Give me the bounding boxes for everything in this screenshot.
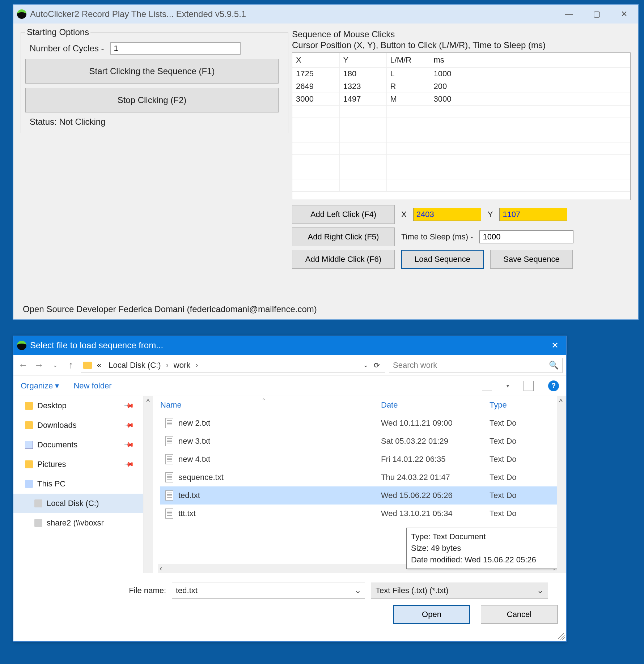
- filename-input[interactable]: ted.txt ⌄: [172, 583, 365, 599]
- file-name: ted.txt: [178, 491, 381, 500]
- file-name: sequence.txt: [178, 473, 381, 482]
- maximize-button[interactable]: ▢: [583, 5, 610, 24]
- folder-icon: [83, 362, 92, 369]
- x-input[interactable]: [413, 208, 481, 221]
- text-file-icon: [165, 490, 173, 501]
- recent-locations-button[interactable]: ⌄: [49, 362, 61, 369]
- text-file-icon: [165, 508, 173, 519]
- sidebar-item[interactable]: This PC: [13, 474, 143, 494]
- column-name[interactable]: Name ⌃: [160, 400, 381, 410]
- tooltip-type: Type: Text Document: [411, 531, 557, 542]
- add-right-click-button[interactable]: Add Right Click (F5): [292, 227, 395, 246]
- close-button[interactable]: ✕: [610, 5, 638, 24]
- y-input[interactable]: [499, 208, 567, 221]
- breadcrumb[interactable]: « Local Disk (C:) › work › ⌄ ⟳: [81, 358, 385, 373]
- sequence-header: Sequence of Mouse Clicks: [292, 29, 631, 39]
- minimize-button[interactable]: —: [555, 5, 583, 24]
- col-ms[interactable]: ms: [430, 53, 506, 67]
- sidebar: Desktop 📌 Downloads 📌 Documents 📌 Pictur…: [13, 396, 144, 573]
- new-folder-button[interactable]: New folder: [73, 381, 111, 391]
- file-row[interactable]: ted.txt Wed 15.06.22 05:26 Text Do: [160, 486, 557, 505]
- text-file-icon: [165, 436, 173, 446]
- file-row[interactable]: ttt.txt Wed 13.10.21 05:34 Text Do: [160, 505, 557, 523]
- save-sequence-button[interactable]: Save Sequence: [490, 250, 573, 269]
- sequence-row[interactable]: 1725180L1000: [292, 67, 630, 80]
- text-file-icon: [165, 472, 173, 482]
- search-input[interactable]: Search work 🔍: [389, 358, 563, 373]
- load-sequence-button[interactable]: Load Sequence: [401, 250, 484, 269]
- filetype-select[interactable]: Text Files (.txt) (*.txt) ⌄: [371, 583, 548, 599]
- file-row[interactable]: new 2.txt Wed 10.11.21 09:00 Text Do: [160, 414, 557, 432]
- sidebar-item-label: This PC: [37, 479, 65, 489]
- chevron-down-icon: ⌄: [537, 586, 543, 595]
- breadcrumb-seg2[interactable]: work: [171, 361, 192, 370]
- add-left-click-button[interactable]: Add Left Click (F4): [292, 205, 395, 224]
- add-middle-click-button[interactable]: Add Middle Click (F6): [292, 250, 395, 269]
- view-options-icon[interactable]: [482, 381, 492, 391]
- sidebar-item[interactable]: Desktop 📌: [13, 396, 143, 416]
- chevron-down-icon[interactable]: ⌄: [363, 362, 368, 369]
- sequence-subheader: Cursor Position (X, Y), Button to Click …: [292, 40, 631, 50]
- filelist-scrollbar[interactable]: [557, 396, 566, 573]
- refresh-icon[interactable]: ⟳: [371, 361, 383, 370]
- sequence-grid[interactable]: X Y L/M/R ms 1725180L100026491323R200300…: [292, 52, 631, 200]
- file-name: new 2.txt: [178, 418, 381, 428]
- file-name: ttt.txt: [178, 509, 381, 518]
- sidebar-item[interactable]: Local Disk (C:): [13, 494, 143, 513]
- cancel-button[interactable]: Cancel: [481, 605, 558, 624]
- help-icon[interactable]: ?: [548, 380, 559, 391]
- view-dropdown-icon[interactable]: ▾: [507, 383, 509, 389]
- sidebar-item-label: Pictures: [37, 460, 66, 469]
- dialog-close-button[interactable]: ✕: [544, 336, 566, 355]
- file-row[interactable]: new 3.txt Sat 05.03.22 01:29 Text Do: [160, 432, 557, 450]
- dialog-titlebar[interactable]: Select file to load sequence from... ✕: [13, 336, 566, 355]
- window-title: AutoClicker2 Record Play The Lists... Ex…: [30, 9, 552, 19]
- search-placeholder: Search work: [393, 361, 437, 370]
- dialog-nav-bar: ← → ⌄ ↑ « Local Disk (C:) › work › ⌄ ⟳ S…: [13, 355, 566, 376]
- open-button[interactable]: Open: [393, 605, 470, 624]
- sidebar-item-label: share2 (\\vboxsr: [47, 518, 104, 528]
- column-date[interactable]: Date: [381, 400, 490, 410]
- start-clicking-button[interactable]: Start Clicking the Sequence (F1): [25, 59, 279, 84]
- sleep-input[interactable]: [479, 230, 573, 243]
- stop-clicking-button[interactable]: Stop Clicking (F2): [25, 88, 279, 112]
- sequence-row[interactable]: 26491323R200: [292, 80, 630, 93]
- num-cycles-input[interactable]: [110, 42, 241, 55]
- sidebar-item[interactable]: Downloads 📌: [13, 416, 143, 435]
- tooltip-size: Size: 49 bytes: [411, 542, 557, 554]
- col-x[interactable]: X: [292, 53, 339, 67]
- autoclicker-window: AutoClicker2 Record Play The Lists... Ex…: [13, 4, 638, 320]
- starting-options-legend: Starting Options: [25, 27, 90, 37]
- resize-grip-icon[interactable]: [558, 633, 565, 640]
- col-y[interactable]: Y: [339, 53, 386, 67]
- chevron-down-icon[interactable]: ⌄: [355, 586, 361, 595]
- file-row[interactable]: sequence.txt Thu 24.03.22 01:47 Text Do: [160, 468, 557, 486]
- col-blank: [506, 53, 630, 67]
- file-date: Wed 15.06.22 05:26: [381, 491, 490, 500]
- open-file-dialog: Select file to load sequence from... ✕ ←…: [13, 336, 567, 642]
- file-row[interactable]: new 4.txt Fri 14.01.22 06:35 Text Do: [160, 450, 557, 468]
- titlebar[interactable]: AutoClicker2 Record Play The Lists... Ex…: [13, 5, 638, 24]
- sidebar-item-label: Local Disk (C:): [47, 499, 99, 508]
- preview-pane-icon[interactable]: [524, 381, 534, 391]
- sidebar-scrollbar[interactable]: [144, 396, 153, 573]
- dialog-logo-icon: [17, 341, 26, 350]
- col-lmr[interactable]: L/M/R: [386, 53, 430, 67]
- breadcrumb-seg1[interactable]: Local Disk (C:): [106, 361, 163, 370]
- x-label: X: [401, 210, 407, 219]
- up-button[interactable]: ↑: [65, 359, 77, 371]
- file-date: Sat 05.03.22 01:29: [381, 437, 490, 446]
- sidebar-item[interactable]: Documents 📌: [13, 435, 143, 455]
- scroll-left-icon[interactable]: ‹: [160, 564, 162, 573]
- organize-menu[interactable]: Organize ▾: [21, 381, 59, 391]
- sidebar-item-label: Documents: [37, 440, 77, 450]
- sidebar-item[interactable]: share2 (\\vboxsr: [13, 513, 143, 533]
- back-button[interactable]: ←: [17, 359, 29, 371]
- column-type[interactable]: Type: [490, 400, 557, 410]
- sidebar-item[interactable]: Pictures 📌: [13, 455, 143, 474]
- sequence-row[interactable]: 30001497M3000: [292, 93, 630, 105]
- forward-button[interactable]: →: [33, 359, 45, 371]
- pin-icon: 📌: [123, 420, 135, 431]
- num-cycles-label: Number of Cycles -: [30, 43, 104, 54]
- file-list: Name ⌃ Date Type new 2.txt Wed 10.11.21 …: [153, 396, 557, 573]
